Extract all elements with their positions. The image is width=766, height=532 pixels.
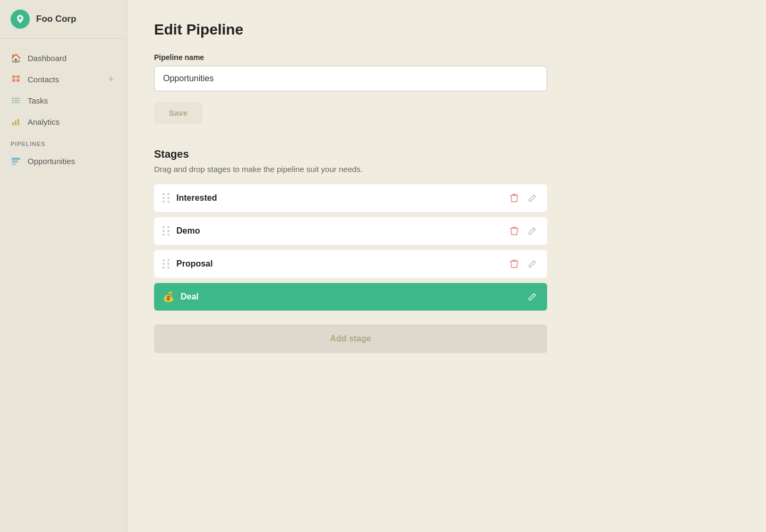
stages-title: Stages [154, 148, 739, 160]
svg-rect-1 [12, 75, 15, 78]
contacts-icon [11, 74, 21, 84]
svg-point-0 [19, 17, 22, 20]
pipeline-name-input[interactable] [154, 66, 547, 91]
pipeline-icon [11, 156, 21, 166]
stage-row-demo: Demo [154, 217, 547, 245]
svg-rect-3 [12, 79, 15, 82]
stage-actions [508, 225, 539, 237]
company-logo-icon [11, 10, 30, 29]
sidebar-item-analytics[interactable]: Analytics [0, 111, 127, 132]
sidebar-item-tasks[interactable]: Tasks [0, 90, 127, 111]
delete-interested-button[interactable] [508, 192, 521, 204]
svg-rect-13 [18, 119, 19, 125]
svg-point-10 [12, 102, 14, 104]
stage-name-interested: Interested [176, 193, 501, 203]
sidebar-item-label: Dashboard [28, 54, 66, 63]
sidebar-header: Foo Corp [0, 0, 127, 39]
stage-name-deal: Deal [181, 292, 520, 302]
sidebar-item-label: Opportunities [28, 157, 75, 166]
svg-rect-11 [12, 122, 14, 125]
stages-section: Stages Drag and drop stages to make the … [154, 148, 739, 353]
delete-demo-button[interactable] [508, 225, 521, 237]
svg-rect-4 [16, 79, 20, 82]
stage-name-demo: Demo [176, 226, 501, 236]
drag-handle[interactable] [163, 193, 170, 203]
save-button[interactable]: Save [154, 102, 202, 124]
svg-rect-12 [15, 121, 16, 125]
pipelines-section-label: PIPELINES [0, 132, 127, 150]
main-content: Edit Pipeline Pipeline name Save Stages … [127, 0, 766, 532]
deal-icon: 💰 [163, 291, 174, 303]
stage-row-deal: 💰 Deal [154, 283, 547, 311]
svg-rect-15 [12, 160, 18, 162]
stage-row-proposal: Proposal [154, 250, 547, 278]
sidebar-item-opportunities[interactable]: Opportunities [0, 150, 127, 171]
stage-actions [508, 258, 539, 270]
drag-handle[interactable] [163, 226, 170, 236]
stage-actions [508, 192, 539, 204]
add-contact-button[interactable]: + [106, 74, 116, 84]
stages-list: Interested [154, 184, 739, 311]
sidebar-item-contacts[interactable]: Contacts + [0, 68, 127, 90]
stage-name-proposal: Proposal [176, 259, 501, 269]
sidebar: Foo Corp 🏠 Dashboard Contacts + [0, 0, 127, 532]
stage-actions [526, 290, 539, 303]
sidebar-item-label: Analytics [28, 117, 59, 126]
svg-rect-16 [12, 163, 16, 165]
stages-description: Drag and drop stages to make the pipelin… [154, 165, 739, 174]
sidebar-item-label: Contacts [28, 75, 59, 84]
sidebar-item-label: Tasks [28, 96, 48, 105]
drag-handle[interactable] [163, 259, 170, 269]
delete-proposal-button[interactable] [508, 258, 521, 270]
pipeline-name-label: Pipeline name [154, 53, 739, 62]
edit-demo-button[interactable] [526, 225, 539, 237]
svg-rect-14 [12, 158, 20, 160]
house-icon: 🏠 [11, 53, 21, 63]
add-stage-button[interactable]: Add stage [154, 324, 547, 353]
edit-deal-button[interactable] [526, 290, 539, 303]
sidebar-item-dashboard[interactable]: 🏠 Dashboard [0, 47, 127, 68]
svg-rect-2 [16, 75, 20, 78]
company-name: Foo Corp [36, 14, 76, 24]
stage-row-interested: Interested [154, 184, 547, 212]
svg-point-9 [12, 100, 14, 101]
sidebar-nav: 🏠 Dashboard Contacts + [0, 39, 127, 532]
analytics-icon [11, 116, 21, 127]
tasks-icon [11, 95, 21, 106]
edit-proposal-button[interactable] [526, 258, 539, 270]
svg-point-8 [12, 98, 14, 99]
page-title: Edit Pipeline [154, 21, 739, 38]
edit-interested-button[interactable] [526, 192, 539, 204]
